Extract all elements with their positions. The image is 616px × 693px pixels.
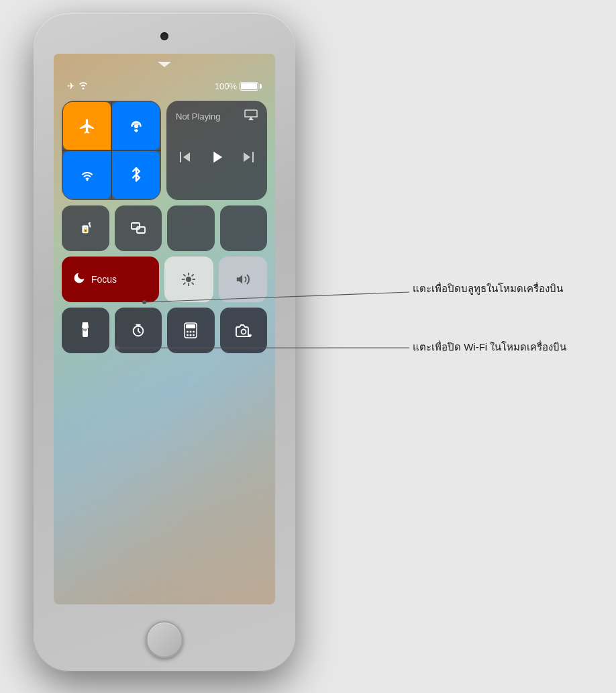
lock-rotation-button[interactable]: 🔒 bbox=[62, 205, 109, 251]
svg-point-0 bbox=[134, 124, 138, 128]
annotation-wifi: แตะเพื่อปิด Wi-Fi ในโหมดเครื่องบิน bbox=[413, 339, 566, 355]
svg-text:🔒: 🔒 bbox=[83, 226, 89, 232]
now-playing-title: Not Playing bbox=[176, 111, 220, 122]
flashlight-button[interactable] bbox=[62, 308, 109, 353]
svg-point-1 bbox=[86, 179, 88, 181]
battery-percent: 100% bbox=[215, 81, 237, 91]
timer-button[interactable] bbox=[115, 308, 162, 353]
status-right: 100% bbox=[215, 81, 262, 91]
second-row: 🔒 bbox=[62, 205, 267, 251]
svg-line-12 bbox=[192, 283, 193, 284]
volume-button[interactable] bbox=[219, 257, 268, 302]
svg-rect-7 bbox=[137, 227, 145, 233]
control-center: Not Playing bbox=[62, 101, 267, 591]
connectivity-grid bbox=[62, 101, 161, 200]
calculator-button[interactable] bbox=[167, 308, 215, 353]
top-section: Not Playing bbox=[62, 101, 267, 200]
wifi-status-icon bbox=[78, 81, 89, 91]
svg-line-11 bbox=[184, 275, 185, 276]
empty-slot-2 bbox=[220, 205, 268, 251]
wifi-button[interactable] bbox=[63, 151, 111, 199]
svg-point-22 bbox=[187, 331, 189, 333]
now-playing-header: Not Playing bbox=[166, 101, 267, 128]
status-left-icons: ✈ bbox=[67, 81, 89, 91]
airdrop-button[interactable] bbox=[112, 102, 160, 150]
svg-point-24 bbox=[193, 331, 195, 333]
third-row: Focus bbox=[62, 257, 267, 302]
play-button[interactable] bbox=[207, 148, 226, 171]
airplay-button[interactable] bbox=[244, 109, 258, 124]
device-screen: ✈ 100% bbox=[54, 54, 275, 604]
svg-rect-3 bbox=[252, 152, 254, 163]
svg-point-27 bbox=[193, 334, 195, 336]
status-bar: ✈ 100% bbox=[67, 81, 262, 91]
battery-icon bbox=[240, 82, 262, 91]
svg-point-23 bbox=[190, 331, 192, 333]
svg-rect-2 bbox=[180, 152, 181, 163]
home-button[interactable] bbox=[146, 621, 183, 658]
svg-line-15 bbox=[184, 283, 185, 284]
focus-label: Focus bbox=[91, 274, 117, 285]
brightness-button[interactable] bbox=[164, 257, 213, 302]
screen-mirror-button[interactable] bbox=[115, 205, 162, 251]
annotation-bluetooth: แตะเพื่อปิดบลูทูธในโหมดเครื่องบิน bbox=[413, 281, 563, 297]
svg-line-16 bbox=[192, 275, 193, 276]
svg-point-26 bbox=[190, 334, 192, 336]
airplane-mode-icon: ✈ bbox=[67, 81, 75, 91]
previous-track-button[interactable] bbox=[176, 150, 193, 169]
camera-button[interactable] bbox=[220, 308, 268, 353]
now-playing-controls bbox=[166, 128, 267, 200]
next-track-button[interactable] bbox=[241, 150, 257, 169]
empty-slot-1 bbox=[167, 205, 215, 251]
bluetooth-button[interactable] bbox=[112, 151, 160, 199]
svg-point-25 bbox=[187, 334, 189, 336]
focus-button[interactable]: Focus bbox=[62, 257, 159, 302]
front-camera bbox=[160, 32, 168, 40]
moon-icon bbox=[72, 271, 86, 288]
device-shell: ✈ 100% bbox=[34, 13, 295, 672]
svg-rect-6 bbox=[132, 223, 140, 229]
now-playing-widget: Not Playing bbox=[166, 101, 267, 200]
bottom-row bbox=[62, 308, 267, 353]
svg-point-8 bbox=[187, 277, 191, 281]
svg-marker-17 bbox=[237, 275, 242, 284]
airplane-mode-button[interactable] bbox=[63, 102, 111, 150]
swipe-down-indicator[interactable] bbox=[158, 62, 171, 67]
svg-rect-21 bbox=[186, 324, 195, 328]
svg-point-28 bbox=[241, 330, 246, 334]
